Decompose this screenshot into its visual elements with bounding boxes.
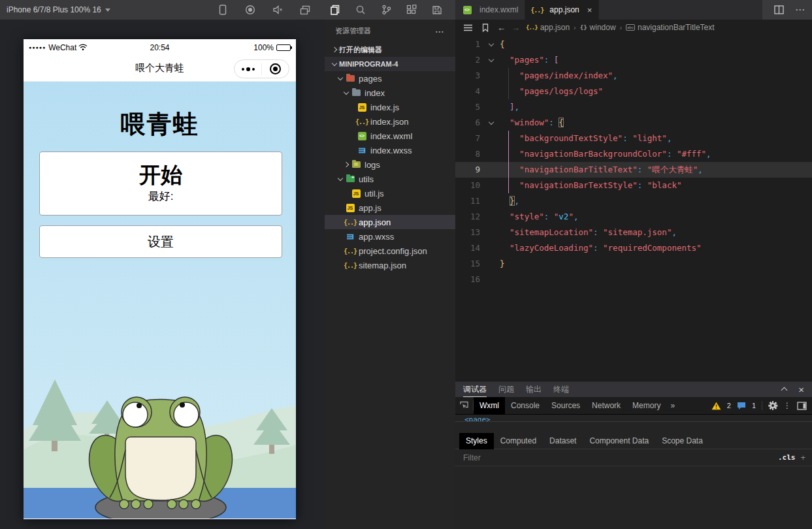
json-icon: {..}: [532, 5, 542, 14]
battery-icon: [276, 44, 291, 51]
gear-icon[interactable]: [768, 401, 777, 410]
settings-button[interactable]: 设置: [39, 225, 282, 258]
record-icon[interactable]: [244, 4, 256, 16]
outline-icon[interactable]: [462, 22, 474, 33]
explorer-icon[interactable]: [329, 4, 341, 16]
panel-tab-调试器[interactable]: 调试器: [463, 381, 487, 397]
message-icon[interactable]: [737, 402, 746, 410]
devtools-tab-Memory[interactable]: Memory: [626, 397, 666, 415]
fold-icon[interactable]: [487, 52, 496, 68]
tree-item-index[interactable]: index: [325, 86, 455, 100]
close-minimize-icon[interactable]: [262, 63, 289, 74]
new-style-rule-icon[interactable]: +: [800, 453, 805, 462]
inspect-element-icon[interactable]: [455, 400, 474, 411]
code-text: "pages": [: [496, 52, 559, 68]
tab-index.wxml[interactable]: <>index.wxml: [455, 0, 525, 20]
styles-tab-Component-Data[interactable]: Component Data: [583, 433, 655, 449]
line-number: 8: [455, 146, 487, 162]
tree-item-pages[interactable]: pages: [325, 71, 455, 86]
styles-filter-row: .cls +: [455, 449, 812, 466]
braces-icon: {}: [580, 24, 587, 31]
explorer-more-icon[interactable]: ⋯: [435, 26, 445, 37]
tab-app.json[interactable]: {..}app.json×: [525, 0, 599, 20]
mute-icon[interactable]: [272, 4, 284, 16]
tree-item-logs[interactable]: logs: [325, 157, 455, 172]
breadcrumb-navigationBarTitleText[interactable]: abcnavigationBarTitleText: [626, 23, 714, 32]
tree-item-project.config.json[interactable]: {..}project.config.json: [325, 244, 455, 258]
panel-expand-icon[interactable]: [781, 387, 788, 394]
tree-item-util.js[interactable]: JSutil.js: [325, 186, 455, 200]
styles-tab-Scope-Data[interactable]: Scope Data: [655, 433, 709, 449]
tree-item-index.js[interactable]: JSindex.js: [325, 100, 455, 114]
cls-toggle[interactable]: .cls: [778, 453, 796, 462]
close-tab-icon[interactable]: ×: [587, 5, 593, 15]
filter-input[interactable]: [462, 453, 771, 463]
source-control-icon[interactable]: [380, 4, 392, 16]
dock-side-icon[interactable]: [797, 402, 807, 410]
tree-item-label: project.config.json: [359, 246, 427, 256]
panel-tab-问题[interactable]: 问题: [498, 381, 514, 397]
wxml-tree-clipped[interactable]: <page>: [455, 415, 812, 422]
back-icon[interactable]: ←: [497, 23, 506, 33]
best-score-label: 最好:: [40, 189, 282, 204]
tree-item-index.wxss[interactable]: index.wxss: [325, 143, 455, 157]
device-selector[interactable]: iPhone 6/7/8 Plus 100% 16: [7, 0, 110, 20]
devtools-tab-Console[interactable]: Console: [505, 397, 545, 415]
tree-item-打开的编辑器[interactable]: 打开的编辑器: [325, 42, 455, 57]
device-icon[interactable]: [217, 4, 229, 16]
fold-icon: [487, 68, 496, 84]
capsule-menu[interactable]: [234, 59, 289, 78]
code-line-7: 7 "backgroundTextStyle": "light",: [455, 131, 812, 146]
code-line-2: 2 "pages": [: [455, 52, 812, 68]
more-menu-icon[interactable]: [235, 67, 261, 71]
fold-icon[interactable]: [487, 115, 496, 131]
tabs-overflow-icon[interactable]: »: [666, 401, 679, 410]
fold-icon: [487, 162, 496, 178]
tree-item-MINIPROGRAM-4[interactable]: MINIPROGRAM-4: [325, 57, 455, 71]
styles-tab-Dataset[interactable]: Dataset: [543, 433, 583, 449]
kebab-menu-icon[interactable]: ⋮: [783, 402, 791, 409]
fold-icon: [487, 209, 496, 225]
split-editor-icon[interactable]: [773, 4, 785, 16]
devtools-tab-bar: WxmlConsoleSourcesNetworkMemory » 2 1 ⋮: [455, 397, 812, 415]
mini-program-navbar: 喂个大青蛙: [24, 56, 296, 82]
bookmark-icon[interactable]: [479, 22, 491, 33]
devtools-tab-Network[interactable]: Network: [586, 397, 626, 415]
start-button[interactable]: 开始 最好:: [39, 152, 282, 216]
styles-tab-Computed[interactable]: Computed: [494, 433, 543, 449]
code-editor[interactable]: 1{2 "pages": [3 "pages/index/index",4 "p…: [455, 37, 812, 287]
styles-tab-Styles[interactable]: Styles: [459, 433, 494, 449]
folder-logs-icon: [351, 160, 361, 169]
json-icon: {..}: [345, 246, 355, 255]
tree-item-app.wxss[interactable]: app.wxss: [325, 229, 455, 244]
line-number: 11: [455, 193, 487, 209]
search-icon[interactable]: [355, 4, 366, 16]
windows-icon[interactable]: [299, 4, 311, 16]
line-number: 16: [455, 272, 487, 287]
devtools-tab-Sources[interactable]: Sources: [545, 397, 586, 415]
tree-item-index.json[interactable]: {..}index.json: [325, 114, 455, 129]
chevron-right-icon: [342, 163, 351, 167]
tree-item-index.wxml[interactable]: <>index.wxml: [325, 129, 455, 143]
panel-close-icon[interactable]: ×: [798, 385, 804, 394]
extensions-icon[interactable]: [406, 4, 417, 16]
more-actions-icon[interactable]: ⋯: [795, 4, 805, 16]
tree-item-app.js[interactable]: JSapp.js: [325, 200, 455, 215]
breadcrumb-window[interactable]: {}window: [580, 23, 616, 32]
forward-icon[interactable]: →: [512, 23, 520, 33]
tree-item-utils[interactable]: utils: [325, 172, 455, 186]
panel-tab-输出[interactable]: 输出: [526, 381, 542, 397]
devtools-tab-Wxml[interactable]: Wxml: [474, 397, 505, 415]
tree-item-app.json[interactable]: {..}app.json: [325, 215, 455, 229]
tree-item-label: util.js: [365, 189, 384, 199]
fold-icon[interactable]: [487, 37, 496, 52]
save-layout-icon[interactable]: [431, 4, 443, 16]
line-number: 2: [455, 52, 487, 68]
tree-item-sitemap.json[interactable]: {..}sitemap.json: [325, 258, 455, 272]
breadcrumb-app.json[interactable]: {..}app.json: [526, 23, 570, 32]
fold-icon: [487, 84, 496, 99]
warning-icon[interactable]: [711, 402, 721, 410]
status-bar: ●●●●● WeChat 20:54 100%: [24, 39, 296, 56]
panel-tab-终端[interactable]: 终端: [553, 381, 569, 397]
tree-item-label: logs: [365, 160, 380, 170]
